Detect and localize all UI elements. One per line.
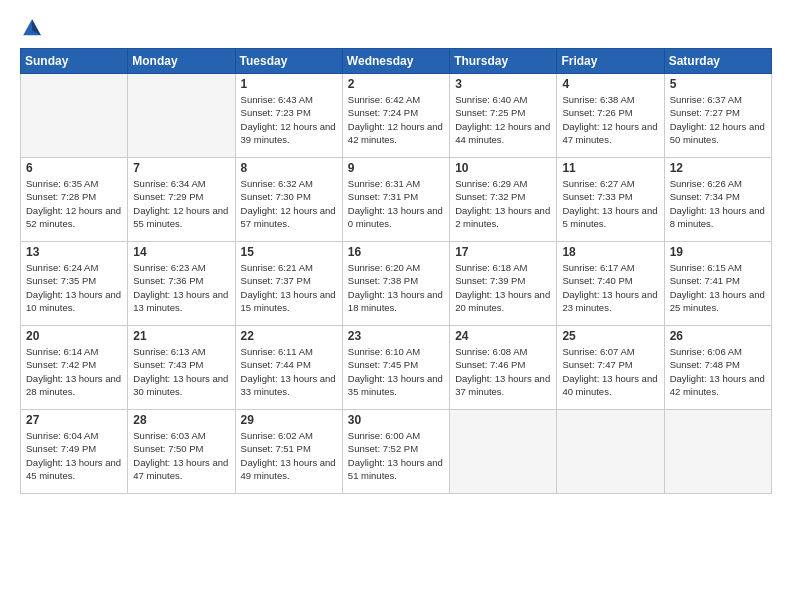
table-row: 1Sunrise: 6:43 AM Sunset: 7:23 PM Daylig… [235,74,342,158]
calendar-table: Sunday Monday Tuesday Wednesday Thursday… [20,48,772,494]
day-number: 26 [670,329,766,343]
table-row [664,410,771,494]
table-row: 22Sunrise: 6:11 AM Sunset: 7:44 PM Dayli… [235,326,342,410]
table-row [21,74,128,158]
table-row: 10Sunrise: 6:29 AM Sunset: 7:32 PM Dayli… [450,158,557,242]
table-row: 12Sunrise: 6:26 AM Sunset: 7:34 PM Dayli… [664,158,771,242]
day-number: 8 [241,161,337,175]
day-info: Sunrise: 6:00 AM Sunset: 7:52 PM Dayligh… [348,429,444,482]
header-wednesday: Wednesday [342,49,449,74]
table-row: 18Sunrise: 6:17 AM Sunset: 7:40 PM Dayli… [557,242,664,326]
table-row: 4Sunrise: 6:38 AM Sunset: 7:26 PM Daylig… [557,74,664,158]
table-row: 8Sunrise: 6:32 AM Sunset: 7:30 PM Daylig… [235,158,342,242]
table-row: 9Sunrise: 6:31 AM Sunset: 7:31 PM Daylig… [342,158,449,242]
logo [20,16,48,40]
calendar-week-row: 27Sunrise: 6:04 AM Sunset: 7:49 PM Dayli… [21,410,772,494]
day-info: Sunrise: 6:21 AM Sunset: 7:37 PM Dayligh… [241,261,337,314]
table-row: 29Sunrise: 6:02 AM Sunset: 7:51 PM Dayli… [235,410,342,494]
table-row: 26Sunrise: 6:06 AM Sunset: 7:48 PM Dayli… [664,326,771,410]
day-number: 27 [26,413,122,427]
calendar-week-row: 6Sunrise: 6:35 AM Sunset: 7:28 PM Daylig… [21,158,772,242]
day-info: Sunrise: 6:27 AM Sunset: 7:33 PM Dayligh… [562,177,658,230]
day-number: 1 [241,77,337,91]
table-row: 11Sunrise: 6:27 AM Sunset: 7:33 PM Dayli… [557,158,664,242]
day-number: 14 [133,245,229,259]
header-saturday: Saturday [664,49,771,74]
day-info: Sunrise: 6:31 AM Sunset: 7:31 PM Dayligh… [348,177,444,230]
table-row [557,410,664,494]
header-sunday: Sunday [21,49,128,74]
table-row: 28Sunrise: 6:03 AM Sunset: 7:50 PM Dayli… [128,410,235,494]
header-friday: Friday [557,49,664,74]
day-info: Sunrise: 6:24 AM Sunset: 7:35 PM Dayligh… [26,261,122,314]
day-number: 30 [348,413,444,427]
table-row [450,410,557,494]
day-info: Sunrise: 6:29 AM Sunset: 7:32 PM Dayligh… [455,177,551,230]
day-number: 13 [26,245,122,259]
day-number: 11 [562,161,658,175]
day-number: 19 [670,245,766,259]
table-row: 27Sunrise: 6:04 AM Sunset: 7:49 PM Dayli… [21,410,128,494]
day-number: 21 [133,329,229,343]
page-header [20,16,772,40]
day-number: 17 [455,245,551,259]
day-number: 6 [26,161,122,175]
calendar-week-row: 1Sunrise: 6:43 AM Sunset: 7:23 PM Daylig… [21,74,772,158]
day-info: Sunrise: 6:08 AM Sunset: 7:46 PM Dayligh… [455,345,551,398]
day-info: Sunrise: 6:10 AM Sunset: 7:45 PM Dayligh… [348,345,444,398]
table-row: 6Sunrise: 6:35 AM Sunset: 7:28 PM Daylig… [21,158,128,242]
table-row: 30Sunrise: 6:00 AM Sunset: 7:52 PM Dayli… [342,410,449,494]
table-row: 17Sunrise: 6:18 AM Sunset: 7:39 PM Dayli… [450,242,557,326]
day-number: 20 [26,329,122,343]
day-info: Sunrise: 6:26 AM Sunset: 7:34 PM Dayligh… [670,177,766,230]
day-number: 15 [241,245,337,259]
header-thursday: Thursday [450,49,557,74]
day-info: Sunrise: 6:18 AM Sunset: 7:39 PM Dayligh… [455,261,551,314]
day-info: Sunrise: 6:17 AM Sunset: 7:40 PM Dayligh… [562,261,658,314]
day-number: 22 [241,329,337,343]
day-number: 9 [348,161,444,175]
day-info: Sunrise: 6:07 AM Sunset: 7:47 PM Dayligh… [562,345,658,398]
day-number: 18 [562,245,658,259]
day-number: 4 [562,77,658,91]
day-info: Sunrise: 6:06 AM Sunset: 7:48 PM Dayligh… [670,345,766,398]
day-number: 16 [348,245,444,259]
day-info: Sunrise: 6:14 AM Sunset: 7:42 PM Dayligh… [26,345,122,398]
header-monday: Monday [128,49,235,74]
day-info: Sunrise: 6:32 AM Sunset: 7:30 PM Dayligh… [241,177,337,230]
day-info: Sunrise: 6:03 AM Sunset: 7:50 PM Dayligh… [133,429,229,482]
logo-icon [20,16,44,40]
table-row: 20Sunrise: 6:14 AM Sunset: 7:42 PM Dayli… [21,326,128,410]
day-number: 23 [348,329,444,343]
table-row: 16Sunrise: 6:20 AM Sunset: 7:38 PM Dayli… [342,242,449,326]
day-info: Sunrise: 6:38 AM Sunset: 7:26 PM Dayligh… [562,93,658,146]
day-info: Sunrise: 6:34 AM Sunset: 7:29 PM Dayligh… [133,177,229,230]
table-row [128,74,235,158]
day-info: Sunrise: 6:11 AM Sunset: 7:44 PM Dayligh… [241,345,337,398]
table-row: 5Sunrise: 6:37 AM Sunset: 7:27 PM Daylig… [664,74,771,158]
table-row: 24Sunrise: 6:08 AM Sunset: 7:46 PM Dayli… [450,326,557,410]
day-number: 28 [133,413,229,427]
table-row: 3Sunrise: 6:40 AM Sunset: 7:25 PM Daylig… [450,74,557,158]
day-info: Sunrise: 6:43 AM Sunset: 7:23 PM Dayligh… [241,93,337,146]
day-number: 12 [670,161,766,175]
day-info: Sunrise: 6:02 AM Sunset: 7:51 PM Dayligh… [241,429,337,482]
day-info: Sunrise: 6:23 AM Sunset: 7:36 PM Dayligh… [133,261,229,314]
calendar-week-row: 20Sunrise: 6:14 AM Sunset: 7:42 PM Dayli… [21,326,772,410]
day-info: Sunrise: 6:40 AM Sunset: 7:25 PM Dayligh… [455,93,551,146]
day-number: 7 [133,161,229,175]
table-row: 23Sunrise: 6:10 AM Sunset: 7:45 PM Dayli… [342,326,449,410]
table-row: 7Sunrise: 6:34 AM Sunset: 7:29 PM Daylig… [128,158,235,242]
calendar-week-row: 13Sunrise: 6:24 AM Sunset: 7:35 PM Dayli… [21,242,772,326]
day-info: Sunrise: 6:37 AM Sunset: 7:27 PM Dayligh… [670,93,766,146]
day-number: 5 [670,77,766,91]
table-row: 15Sunrise: 6:21 AM Sunset: 7:37 PM Dayli… [235,242,342,326]
day-number: 25 [562,329,658,343]
day-info: Sunrise: 6:13 AM Sunset: 7:43 PM Dayligh… [133,345,229,398]
day-info: Sunrise: 6:42 AM Sunset: 7:24 PM Dayligh… [348,93,444,146]
day-number: 29 [241,413,337,427]
table-row: 21Sunrise: 6:13 AM Sunset: 7:43 PM Dayli… [128,326,235,410]
day-info: Sunrise: 6:04 AM Sunset: 7:49 PM Dayligh… [26,429,122,482]
table-row: 13Sunrise: 6:24 AM Sunset: 7:35 PM Dayli… [21,242,128,326]
table-row: 2Sunrise: 6:42 AM Sunset: 7:24 PM Daylig… [342,74,449,158]
